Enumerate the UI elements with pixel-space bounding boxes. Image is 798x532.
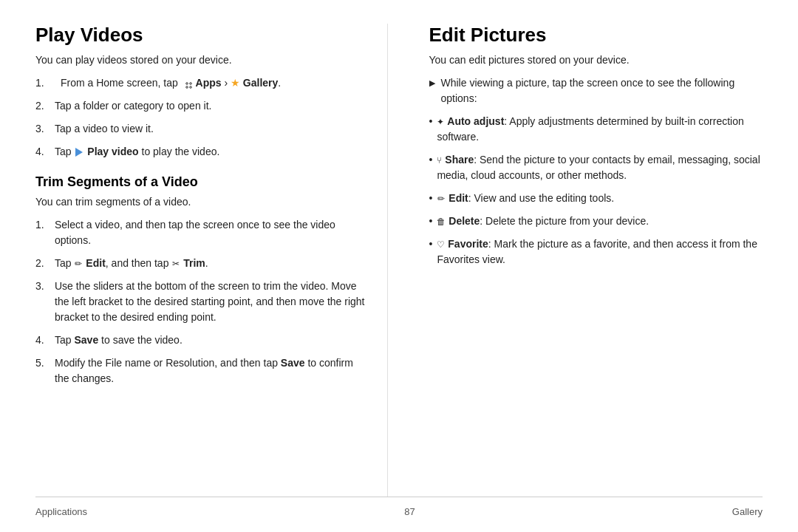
play-step-1: From a Home screen, tap Apps › ★ Gallery… bbox=[35, 75, 369, 91]
footer-applications: Applications bbox=[35, 506, 87, 517]
play-videos-title: Play Videos bbox=[35, 24, 369, 47]
step-2-content: Tap a folder or category to open it. bbox=[55, 98, 211, 114]
step-1-content: From a Home screen, tap Apps › ★ Gallery… bbox=[61, 75, 281, 91]
trim-step-2-content: Tap ✏ Edit, and then tap ✂ Trim. bbox=[55, 256, 208, 271]
continued-step-4-content: Tap Save to save the video. bbox=[55, 332, 183, 348]
trim-step-2: Tap ✏ Edit, and then tap ✂ Trim. bbox=[35, 256, 369, 271]
play-videos-intro: You can play videos stored on your devic… bbox=[35, 52, 369, 68]
step-4-content: Tap Play video to play the video. bbox=[55, 144, 219, 160]
footer-page-number: 87 bbox=[404, 506, 415, 517]
edit-pictures-title: Edit Pictures bbox=[429, 24, 763, 47]
delete-icon: 🗑 bbox=[437, 215, 446, 228]
gallery-label: Gallery bbox=[243, 77, 278, 89]
footer-gallery: Gallery bbox=[732, 506, 763, 517]
scissors-icon: ✂ bbox=[172, 257, 180, 270]
play-step-2: Tap a folder or category to open it. bbox=[35, 98, 369, 114]
arrow-item: While viewing a picture, tap the screen … bbox=[429, 75, 763, 106]
continued-step-4: Tap Save to save the video. bbox=[35, 332, 369, 348]
share-icon: ⑂ bbox=[437, 154, 442, 167]
auto-adjust-label: Auto adjust bbox=[447, 115, 504, 127]
page-container: Play Videos You can play videos stored o… bbox=[0, 0, 798, 532]
apps-label: Apps bbox=[196, 77, 222, 89]
left-column: Play Videos You can play videos stored o… bbox=[35, 24, 388, 497]
edit-icon: ✏ bbox=[437, 192, 445, 205]
play-video-label: Play video bbox=[87, 146, 138, 157]
bullet-auto-adjust-content: ✦ Auto adjust: Apply adjustments determi… bbox=[437, 114, 763, 145]
star-icon: ★ bbox=[231, 77, 240, 89]
edit-label-right: Edit bbox=[449, 192, 468, 204]
bullet-delete-content: 🗑 Delete: Delete the picture from your d… bbox=[437, 214, 649, 229]
trim-step-3: Use the sliders at the bottom of the scr… bbox=[35, 279, 369, 325]
trim-segments-intro: You can trim segments of a video. bbox=[35, 194, 369, 210]
favorite-heart-icon: ♡ bbox=[437, 238, 445, 251]
page-footer: Applications 87 Gallery bbox=[35, 497, 763, 517]
edit-label: Edit bbox=[86, 257, 105, 269]
arrow-separator: › bbox=[224, 77, 231, 89]
apps-grid-icon bbox=[182, 78, 192, 89]
bullet-edit: ✏ Edit: View and use the editing tools. bbox=[429, 191, 763, 206]
play-triangle-icon bbox=[75, 148, 83, 157]
auto-adjust-icon: ✦ bbox=[437, 115, 444, 129]
play-videos-steps: From a Home screen, tap Apps › ★ Gallery… bbox=[35, 75, 369, 160]
edit-pencil-icon: ✏ bbox=[75, 257, 82, 270]
trim-label: Trim bbox=[183, 257, 205, 269]
play-step-3: Tap a video to view it. bbox=[35, 121, 369, 137]
trim-segments-title: Trim Segments of a Video bbox=[35, 174, 369, 190]
bullet-edit-content: ✏ Edit: View and use the editing tools. bbox=[437, 191, 614, 206]
bullet-auto-adjust: ✦ Auto adjust: Apply adjustments determi… bbox=[429, 114, 763, 145]
trim-steps: Select a video, and then tap the screen … bbox=[35, 217, 369, 325]
delete-label: Delete bbox=[449, 215, 480, 227]
favorite-label: Favorite bbox=[448, 238, 488, 250]
bullet-favorite: ♡ Favorite: Mark the picture as a favori… bbox=[429, 236, 763, 267]
edit-pictures-intro: You can edit pictures stored on your dev… bbox=[429, 52, 763, 68]
save-label-1: Save bbox=[74, 334, 98, 346]
bullet-share-content: ⑂ Share: Send the picture to your contac… bbox=[437, 152, 763, 183]
right-column: Edit Pictures You can edit pictures stor… bbox=[423, 24, 763, 497]
continued-step-5-content: Modify the File name or Resolution, and … bbox=[55, 355, 369, 386]
bullet-delete: 🗑 Delete: Delete the picture from your d… bbox=[429, 214, 763, 229]
play-step-4: Tap Play video to play the video. bbox=[35, 144, 369, 160]
arrow-item-text: While viewing a picture, tap the screen … bbox=[441, 75, 763, 106]
continued-step-5: Modify the File name or Resolution, and … bbox=[35, 355, 369, 386]
trim-step-1-content: Select a video, and then tap the screen … bbox=[55, 217, 369, 248]
edit-bullets: ✦ Auto adjust: Apply adjustments determi… bbox=[429, 114, 763, 267]
bullet-share: ⑂ Share: Send the picture to your contac… bbox=[429, 152, 763, 183]
trim-step-3-content: Use the sliders at the bottom of the scr… bbox=[55, 279, 369, 325]
share-label: Share bbox=[445, 154, 474, 166]
trim-step-1: Select a video, and then tap the screen … bbox=[35, 217, 369, 248]
step-3-content: Tap a video to view it. bbox=[55, 121, 154, 137]
content-area: Play Videos You can play videos stored o… bbox=[35, 24, 763, 497]
bullet-favorite-content: ♡ Favorite: Mark the picture as a favori… bbox=[437, 236, 763, 267]
continued-steps: Tap Save to save the video. Modify the F… bbox=[35, 332, 369, 386]
save-label-2: Save bbox=[281, 357, 305, 369]
